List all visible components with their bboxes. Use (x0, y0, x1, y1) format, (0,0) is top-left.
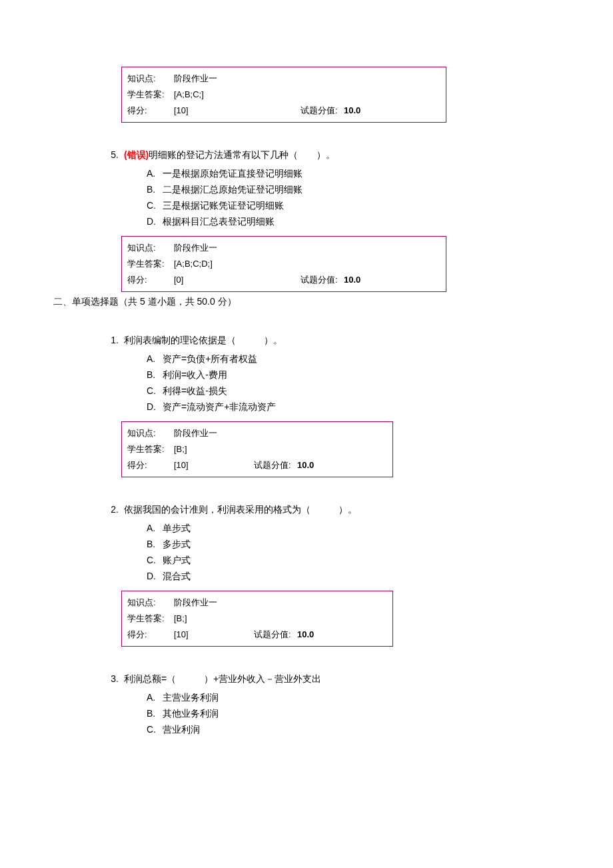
question-number: 3. (104, 673, 119, 684)
question-number: 1. (104, 335, 119, 345)
page-content: 知识点: 阶段作业一 学生答案: [A;B;C;] 得分: [10] 试题分值:… (0, 0, 613, 737)
option-a: A.主营业务利润 (147, 689, 613, 705)
section2-question-2: 2. 依据我国的会计准则，利润表采用的格式为（ ）。 A.单步式 B.多步式 C… (0, 504, 613, 647)
question-text: 依据我国的会计准则，利润表采用的格式为（ ）。 (124, 504, 357, 515)
score-row: 得分: [10] 试题分值: 10.0 (127, 103, 440, 119)
option-text: 多步式 (163, 539, 191, 549)
score-value: [10] (174, 627, 254, 643)
option-text: 营业利润 (163, 724, 200, 735)
option-text: 二是根据汇总原始凭证登记明细账 (163, 184, 303, 195)
option-text: 三是根据记账凭证登记明细账 (163, 200, 284, 211)
option-letter: A. (147, 689, 163, 705)
question-5: 5. (错误)明细账的登记方法通常有以下几种（ ）。 A.一是根据原始凭证直接登… (0, 149, 613, 292)
knowledge-point-row: 知识点: 阶段作业一 (127, 595, 387, 611)
score-value: [0] (174, 272, 301, 288)
student-answer-label: 学生答案: (127, 256, 174, 272)
option-text: 资产=流动资产+非流动资产 (163, 401, 276, 412)
option-c: C.三是根据记账凭证登记明细账 (147, 197, 613, 213)
option-letter: D. (147, 213, 163, 229)
score-row: 得分: [10] 试题分值: 10.0 (127, 627, 387, 643)
option-text: 利得=收益-损失 (163, 385, 227, 396)
score-row: 得分: [10] 试题分值: 10.0 (127, 457, 387, 473)
option-text: 单步式 (163, 523, 191, 533)
question-text: 利润表编制的理论依据是（ ）。 (124, 335, 283, 345)
score-value: [10] (174, 457, 254, 473)
option-text: 账户式 (163, 555, 191, 565)
student-answer-value: [A;B;C;D;] (174, 256, 440, 272)
question-header: 1. 利润表编制的理论依据是（ ）。 A.资产=负债+所有者权益 B.利润=收入… (121, 335, 613, 415)
option-letter: D. (147, 399, 163, 415)
options-list: A.主营业务利润 B.其他业务利润 C.营业利润 (147, 689, 613, 737)
option-c: C.营业利润 (147, 721, 613, 737)
option-text: 一是根据原始凭证直接登记明细账 (163, 168, 303, 179)
knowledge-point-value: 阶段作业一 (174, 71, 440, 87)
question-value-value: 10.0 (297, 457, 314, 473)
question-text: 利润总额=（ ）+营业外收入－营业外支出 (124, 673, 321, 684)
score-row: 得分: [0] 试题分值: 10.0 (127, 272, 440, 288)
question-value-label: 试题分值: (301, 103, 344, 119)
option-b: B.其他业务利润 (147, 705, 613, 721)
option-letter: D. (147, 568, 163, 584)
knowledge-point-label: 知识点: (127, 71, 174, 87)
knowledge-point-value: 阶段作业一 (174, 425, 387, 441)
student-answer-row: 学生答案: [A;B;C;D;] (127, 256, 440, 272)
option-b: B.利润=收入-费用 (147, 367, 613, 383)
score-label: 得分: (127, 103, 174, 119)
knowledge-point-value: 阶段作业一 (174, 240, 440, 256)
knowledge-point-row: 知识点: 阶段作业一 (127, 240, 440, 256)
student-answer-row: 学生答案: [B;] (127, 441, 387, 457)
question-value-value: 10.0 (297, 627, 314, 643)
option-letter: C. (147, 721, 163, 737)
question-header: 2. 依据我国的会计准则，利润表采用的格式为（ ）。 A.单步式 B.多步式 C… (121, 504, 613, 584)
section2-question-3: 3. 利润总额=（ ）+营业外收入－营业外支出 A.主营业务利润 B.其他业务利… (0, 673, 613, 737)
option-letter: A. (147, 520, 163, 536)
answer-box: 知识点: 阶段作业一 学生答案: [A;B;C;] 得分: [10] 试题分值:… (121, 67, 446, 123)
option-letter: C. (147, 383, 163, 399)
section2-question-1: 1. 利润表编制的理论依据是（ ）。 A.资产=负债+所有者权益 B.利润=收入… (0, 335, 613, 477)
question-header: 3. 利润总额=（ ）+营业外收入－营业外支出 A.主营业务利润 B.其他业务利… (121, 673, 613, 737)
answer-box: 知识点: 阶段作业一 学生答案: [B;] 得分: [10] 试题分值: 10.… (121, 421, 393, 477)
options-list: A.资产=负债+所有者权益 B.利润=收入-费用 C.利得=收益-损失 D.资产… (147, 351, 613, 415)
score-label: 得分: (127, 457, 174, 473)
student-answer-label: 学生答案: (127, 87, 174, 103)
option-text: 资产=负债+所有者权益 (163, 353, 257, 364)
option-d: D.根据科目汇总表登记明细账 (147, 213, 613, 229)
knowledge-point-label: 知识点: (127, 240, 174, 256)
option-letter: C. (147, 197, 163, 213)
option-b: B.二是根据汇总原始凭证登记明细账 (147, 181, 613, 197)
option-a: A.资产=负债+所有者权益 (147, 351, 613, 367)
question-value-value: 10.0 (344, 272, 360, 288)
score-label: 得分: (127, 627, 174, 643)
question-number: 2. (104, 504, 119, 515)
score-label: 得分: (127, 272, 174, 288)
option-text: 混合式 (163, 571, 191, 581)
knowledge-point-label: 知识点: (127, 425, 174, 441)
option-letter: A. (147, 351, 163, 367)
knowledge-point-row: 知识点: 阶段作业一 (127, 425, 387, 441)
option-d: D.资产=流动资产+非流动资产 (147, 399, 613, 415)
option-text: 主营业务利润 (163, 692, 219, 703)
student-answer-row: 学生答案: [B;] (127, 611, 387, 627)
option-letter: B. (147, 367, 163, 383)
question-value-label: 试题分值: (301, 272, 344, 288)
question-text: 明细账的登记方法通常有以下几种（ ）。 (149, 149, 335, 160)
option-a: A.一是根据原始凭证直接登记明细账 (147, 165, 613, 181)
knowledge-point-row: 知识点: 阶段作业一 (127, 71, 440, 87)
section-2-header: 二、单项选择题（共 5 道小题，共 50.0 分） (53, 296, 613, 308)
student-answer-value: [B;] (174, 441, 387, 457)
option-text: 根据科目汇总表登记明细账 (163, 216, 275, 227)
question-value-value: 10.0 (344, 103, 360, 119)
student-answer-label: 学生答案: (127, 611, 174, 627)
option-text: 其他业务利润 (163, 708, 219, 719)
student-answer-value: [A;B;C;] (174, 87, 440, 103)
student-answer-value: [B;] (174, 611, 387, 627)
knowledge-point-value: 阶段作业一 (174, 595, 387, 611)
question-number: 5. (104, 149, 119, 160)
options-list: A.一是根据原始凭证直接登记明细账 B.二是根据汇总原始凭证登记明细账 C.三是… (147, 165, 613, 229)
option-text: 利润=收入-费用 (163, 369, 227, 380)
knowledge-point-label: 知识点: (127, 595, 174, 611)
options-list: A.单步式 B.多步式 C.账户式 D.混合式 (147, 520, 613, 584)
wrong-tag: (错误) (124, 149, 149, 160)
answer-box: 知识点: 阶段作业一 学生答案: [B;] 得分: [10] 试题分值: 10.… (121, 591, 393, 647)
question-value-label: 试题分值: (254, 627, 297, 643)
